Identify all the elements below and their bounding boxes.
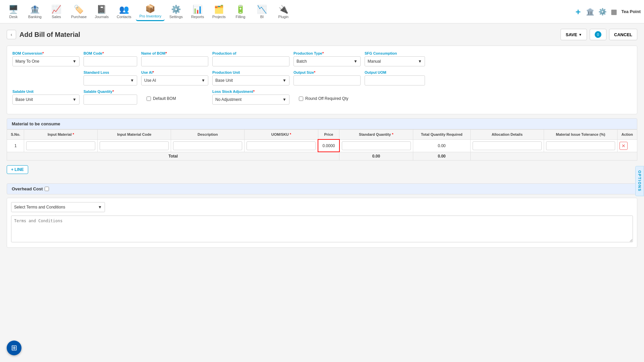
round-off-checkbox[interactable]: [299, 97, 303, 101]
tnc-textarea[interactable]: [11, 216, 633, 242]
bom-conversion-select[interactable]: Many To One ▼: [12, 56, 79, 66]
output-size-input[interactable]: [293, 75, 361, 85]
row-input-material[interactable]: [24, 139, 98, 152]
gear-icon[interactable]: ⚙️: [598, 8, 607, 16]
row-material-issue-tolerance[interactable]: [544, 139, 617, 152]
col-input-material-code: Input Material Code: [98, 130, 171, 140]
nav-label-projects: Projects: [212, 15, 226, 19]
standard-quantity-field[interactable]: [342, 141, 411, 150]
salable-unit-group: Salable Unit Base Unit ▼: [12, 89, 79, 105]
total-row: Total 0.00 0.00: [7, 152, 637, 161]
row-standard-quantity[interactable]: [339, 139, 413, 152]
banking-icon: 🏦: [30, 5, 40, 14]
nav-item-reports[interactable]: 📊 Reports: [187, 3, 208, 21]
standard-loss-group: Standard Loss ▼: [84, 70, 137, 85]
row-action: ✕: [617, 139, 637, 152]
production-unit-select[interactable]: Base Unit ▼: [212, 75, 289, 85]
standard-loss-select[interactable]: ▼: [84, 75, 137, 85]
nav-item-projects[interactable]: 🗂️ Projects: [209, 3, 229, 21]
description-field[interactable]: [173, 141, 242, 150]
row-allocation-details[interactable]: [470, 139, 544, 152]
user-name: Tea Point: [621, 9, 641, 14]
nav-item-banking[interactable]: 🏦 Banking: [25, 3, 45, 21]
uom-sku-field[interactable]: [247, 141, 316, 150]
nav-item-bi[interactable]: 📉 BI: [252, 3, 272, 21]
nav-label-contacts: Contacts: [117, 15, 131, 19]
row-input-material-code[interactable]: [98, 139, 171, 152]
projects-icon: 🗂️: [214, 5, 224, 14]
nav-label-desk: Desk: [9, 15, 17, 19]
nav-item-settings[interactable]: ⚙️ Settings: [166, 3, 186, 21]
contacts-icon: 👥: [119, 5, 129, 14]
bom-code-input[interactable]: [84, 56, 137, 66]
name-of-bom-input[interactable]: [141, 56, 208, 66]
production-of-group: Production of: [212, 51, 289, 66]
journals-icon: 📓: [97, 5, 107, 14]
nav-items: 🖥️ Desk 🏦 Banking 📈 Sales 🏷️ Purchase 📓 …: [3, 2, 574, 21]
tnc-select[interactable]: Select Terms and Conditions ▼: [11, 202, 105, 212]
col-allocation-details: Allocation Details: [470, 130, 544, 140]
add-line-button[interactable]: + LINE: [7, 165, 28, 174]
nav-item-journals[interactable]: 📓 Journals: [91, 3, 112, 21]
input-material-field[interactable]: [26, 141, 95, 150]
back-button[interactable]: ‹: [7, 30, 16, 39]
default-bom-label: Default BOM: [153, 96, 176, 101]
form-row-2: Standard Loss ▼ Use AI* Use AI ▼ Product…: [12, 70, 632, 85]
total-label: Total: [7, 152, 339, 161]
nav-label-journals: Journals: [95, 15, 109, 19]
fab-button[interactable]: ⊞: [7, 341, 21, 355]
material-issue-tolerance-field[interactable]: [546, 141, 615, 150]
production-type-select[interactable]: Batch ▼: [293, 56, 361, 66]
nav-item-purchase[interactable]: 🏷️ Purchase: [68, 3, 90, 21]
plugin-icon: 🔌: [278, 5, 288, 14]
bank-icon[interactable]: 🏛️: [586, 8, 594, 16]
loss-stock-adjustment-label: Loss Stock Adjustment*: [212, 89, 289, 94]
cancel-button[interactable]: CANCEL: [609, 29, 637, 40]
options-tab[interactable]: OPTIONS: [635, 166, 644, 196]
nav-item-filling[interactable]: 🔋 Filling: [230, 3, 251, 21]
production-type-group: Production Type* Batch ▼: [293, 51, 361, 66]
nav-label-reports: Reports: [191, 15, 204, 19]
row-total-quantity: 0.00: [413, 139, 470, 152]
page-title: Add Bill of Material: [19, 31, 557, 39]
loss-stock-adjustment-select[interactable]: No Adjustment ▼: [212, 95, 289, 105]
salable-unit-select[interactable]: Base Unit ▼: [12, 95, 79, 105]
row-price: 0.0000: [318, 139, 339, 152]
output-size-label: Output Size*: [293, 70, 361, 74]
output-uom-input[interactable]: [365, 75, 425, 85]
nav-item-contacts[interactable]: 👥 Contacts: [113, 3, 135, 21]
salable-unit-label: Salable Unit: [12, 89, 79, 94]
tnc-select-value: Select Terms and Conditions: [14, 205, 65, 209]
output-size-group: Output Size*: [293, 70, 361, 85]
use-ai-select[interactable]: Use AI ▼: [141, 75, 208, 85]
row-description[interactable]: [171, 139, 245, 152]
production-of-input[interactable]: [212, 56, 289, 66]
round-off-group: Round Off Required Qty: [293, 89, 367, 101]
delete-row-button[interactable]: ✕: [620, 142, 628, 150]
salable-quantity-label: Salable Quantity*: [84, 89, 137, 94]
input-material-code-field[interactable]: [100, 141, 169, 150]
nav-item-desk[interactable]: 🖥️ Desk: [3, 3, 23, 21]
row-uom-sku[interactable]: [245, 139, 318, 152]
save-button[interactable]: SAVE ▼: [560, 29, 587, 40]
badge-button[interactable]: 0: [590, 29, 606, 40]
nav-label-purchase: Purchase: [71, 15, 87, 19]
fab-grid-icon: ⊞: [11, 344, 17, 352]
sfg-consumption-select[interactable]: Manual ▼: [365, 56, 425, 66]
sfg-consumption-value: Manual: [368, 59, 381, 64]
form-row-1: BOM Conversion* Many To One ▼ BOM Code* …: [12, 51, 632, 66]
col-total-quantity: Total Quantity Required: [413, 130, 470, 140]
add-icon[interactable]: ＋: [574, 6, 582, 17]
nav-item-plugin[interactable]: 🔌 Plugin: [273, 3, 293, 21]
use-ai-chevron: ▼: [201, 78, 205, 83]
total-spacer: [470, 152, 637, 161]
overhead-cost-checkbox[interactable]: [45, 187, 49, 191]
nav-item-sales[interactable]: 📈 Sales: [46, 3, 66, 21]
price-value: 0.0000: [323, 143, 335, 148]
salable-quantity-input[interactable]: [84, 95, 137, 105]
col-input-material: Input Material *: [24, 130, 98, 140]
allocation-details-field[interactable]: [473, 141, 542, 150]
grid-icon[interactable]: ▦: [611, 8, 617, 16]
nav-item-pro-inventory[interactable]: 📦 Pro Inventory: [136, 2, 164, 21]
default-bom-checkbox[interactable]: [147, 97, 151, 101]
